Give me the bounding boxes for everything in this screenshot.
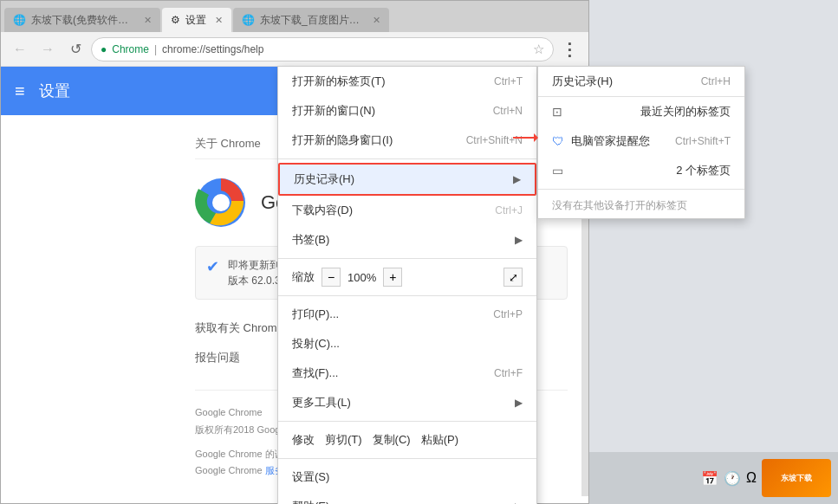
menu-print[interactable]: 打印(P)... Ctrl+P — [278, 300, 536, 329]
cut-label[interactable]: 剪切(T) — [325, 432, 362, 448]
menu-incognito[interactable]: 打开新的隐身窗口(I) Ctrl+Shift+N — [278, 126, 536, 155]
menu-help-label: 帮助(E) — [292, 499, 515, 504]
recent-tabs-label: 最近关闭的标签页 — [640, 104, 731, 120]
menu-settings[interactable]: 设置(S) — [278, 462, 536, 492]
star-icon[interactable]: ☆ — [533, 42, 544, 57]
tab-3-close[interactable]: ✕ — [373, 15, 380, 26]
tab-2[interactable]: ⚙ 设置 ✕ — [162, 8, 231, 32]
footer-line1: Google Chrome — [195, 407, 263, 417]
submenu-history-shortcut: Ctrl+H — [701, 75, 731, 87]
toolbar: ← → ↺ ● Chrome | chrome://settings/help … — [1, 32, 588, 67]
pc-guard-shortcut: Ctrl+Shift+T — [675, 135, 731, 147]
copy-label[interactable]: 复制(C) — [373, 432, 411, 448]
pc-guard-icon: 🛡 — [552, 134, 564, 148]
refresh-button[interactable]: ↺ — [63, 37, 88, 61]
menu-find-label: 查找(F)... — [292, 365, 494, 381]
tab-bar: 🌐 东坡下载(免费软件下... ✕ ⚙ 设置 ✕ 🌐 东坡下载_百度图片搜...… — [1, 1, 588, 32]
back-button[interactable]: ← — [8, 37, 32, 61]
separator-4 — [278, 421, 536, 422]
zoom-row: 缩放 − 100% + ⤢ — [278, 262, 536, 292]
menu-edit-row: 修改 剪切(T) 复制(C) 粘贴(P) — [278, 425, 536, 455]
menu-downloads-label: 下载内容(D) — [292, 203, 495, 218]
menu-new-window[interactable]: 打开新的窗口(N) Ctrl+N — [278, 96, 536, 126]
address-chrome-label: Chrome — [112, 43, 149, 55]
tab-1[interactable]: 🌐 东坡下载(免费软件下... ✕ — [4, 8, 160, 32]
menu-new-window-label: 打开新的窗口(N) — [292, 103, 493, 119]
svg-point-2 — [214, 196, 228, 210]
separator-2 — [278, 258, 536, 259]
separator-5 — [278, 458, 536, 459]
menu-new-tab[interactable]: 打开新的标签页(T) Ctrl+T — [278, 67, 536, 96]
tab-1-close[interactable]: ✕ — [144, 15, 152, 26]
tab-2-icon: ⚙ — [171, 14, 180, 26]
no-other-devices: 没有在其他设备打开的标签页 — [538, 193, 744, 218]
tab-2-close[interactable]: ✕ — [215, 15, 223, 26]
submenu-history-label: 历史记录(H) — [552, 74, 613, 89]
menu-print-shortcut: Ctrl+P — [493, 308, 523, 320]
tab-3[interactable]: 🌐 东坡下载_百度图片搜... ✕ — [233, 8, 389, 32]
taskbar-icon-2: 🕐 — [724, 470, 741, 487]
address-separator: | — [154, 43, 157, 55]
submenu-2-tabs[interactable]: ▭ 2 个标签页 — [538, 156, 744, 185]
menu-incognito-label: 打开新的隐身窗口(I) — [292, 132, 466, 148]
tab-2-label: 设置 — [185, 13, 206, 28]
edit-label: 修改 — [292, 432, 315, 448]
menu-new-tab-label: 打开新的标签页(T) — [292, 74, 494, 89]
pc-guard-label: 电脑管家提醒您 — [571, 133, 650, 149]
secure-icon: ● — [101, 43, 107, 55]
arrow-indicator — [513, 137, 537, 139]
taskbar-icon-1: 📅 — [701, 470, 718, 487]
separator-1 — [278, 158, 536, 159]
menu-settings-label: 设置(S) — [292, 469, 523, 485]
menu-print-label: 打印(P)... — [292, 307, 493, 322]
zoom-value: 100% — [348, 271, 376, 284]
paste-label[interactable]: 粘贴(P) — [421, 432, 458, 448]
menu-help[interactable]: 帮助(E) ▶ — [278, 492, 536, 504]
zoom-label: 缩放 — [292, 269, 315, 285]
menu-cast[interactable]: 投射(C)... — [278, 329, 536, 359]
menu-downloads[interactable]: 下载内容(D) Ctrl+J — [278, 196, 536, 225]
menu-help-arrow: ▶ — [515, 501, 523, 504]
zoom-plus[interactable]: + — [383, 268, 402, 287]
menu-button[interactable]: ⋮ — [557, 37, 581, 61]
menu-downloads-shortcut: Ctrl+J — [495, 204, 523, 216]
menu-bookmarks-arrow: ▶ — [515, 234, 523, 246]
check-icon: ✔ — [206, 257, 219, 276]
zoom-minus[interactable]: − — [322, 268, 341, 287]
settings-title: 设置 — [39, 81, 70, 101]
menu-new-tab-shortcut: Ctrl+T — [494, 75, 523, 87]
menu-new-window-shortcut: Ctrl+N — [493, 105, 523, 117]
tab-1-label: 东坡下载(免费软件下... — [31, 13, 135, 28]
submenu-recent-tabs[interactable]: ⊡ 最近关闭的标签页 — [538, 97, 744, 126]
tab-1-icon: 🌐 — [13, 14, 26, 26]
menu-history-arrow: ▶ — [513, 173, 521, 185]
history-submenu: 历史记录(H) Ctrl+H ⊡ 最近关闭的标签页 🛡 电脑管家提醒您 Ctrl… — [537, 66, 745, 219]
settings-sidebar — [1, 115, 174, 503]
menu-find-shortcut: Ctrl+F — [494, 367, 523, 379]
2-tabs-icon: ▭ — [552, 164, 563, 178]
separator-3 — [278, 295, 536, 296]
menu-bookmarks[interactable]: 书签(B) ▶ — [278, 225, 536, 255]
submenu-separator — [538, 189, 744, 190]
menu-history-label: 历史记录(H) — [294, 171, 513, 187]
taskbar-icon-3: Ω — [746, 470, 757, 486]
zoom-expand[interactable]: ⤢ — [503, 268, 523, 287]
menu-find[interactable]: 查找(F)... Ctrl+F — [278, 359, 536, 388]
hamburger-icon[interactable]: ≡ — [15, 81, 25, 101]
submenu-history-header[interactable]: 历史记录(H) Ctrl+H — [538, 67, 744, 97]
recent-tabs-icon: ⊡ — [552, 105, 562, 119]
menu-history[interactable]: 历史记录(H) ▶ — [278, 163, 536, 196]
2-tabs-label: 2 个标签页 — [676, 163, 731, 178]
menu-cast-label: 投射(C)... — [292, 336, 523, 352]
tab-3-icon: 🌐 — [242, 14, 255, 26]
menu-more-tools-label: 更多工具(L) — [292, 395, 515, 410]
menu-more-tools-arrow: ▶ — [515, 397, 523, 409]
tab-3-label: 东坡下载_百度图片搜... — [260, 13, 364, 28]
submenu-pc-guard[interactable]: 🛡 电脑管家提醒您 Ctrl+Shift+T — [538, 126, 744, 156]
menu-more-tools[interactable]: 更多工具(L) ▶ — [278, 388, 536, 417]
menu-bookmarks-label: 书签(B) — [292, 232, 515, 248]
context-menu: 打开新的标签页(T) Ctrl+T 打开新的窗口(N) Ctrl+N 打开新的隐… — [277, 66, 537, 504]
address-bar[interactable]: ● Chrome | chrome://settings/help ☆ — [91, 37, 554, 61]
brand-text: 东坡下载 — [781, 473, 812, 484]
forward-button[interactable]: → — [36, 37, 60, 61]
